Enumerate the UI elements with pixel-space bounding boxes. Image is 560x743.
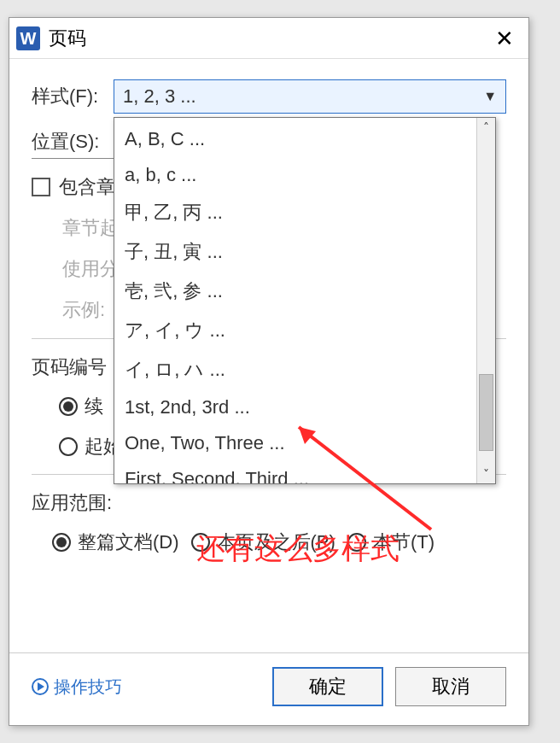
separator-label: 使用分 <box>62 256 119 282</box>
example-label: 示例: <box>62 297 105 323</box>
apply-this-section-label: 本节(T) <box>373 529 435 555</box>
dropdown-item[interactable]: ア, イ, ウ ... <box>114 311 476 350</box>
dialog-footer: 操作技巧 确定 取消 <box>9 652 528 725</box>
dropdown-item[interactable]: A, B, C ... <box>114 121 476 157</box>
style-combobox[interactable]: 1, 2, 3 ... ▼ <box>114 79 506 114</box>
dropdown-item[interactable]: First, Second, Third ... <box>114 461 476 483</box>
dropdown-item[interactable]: 甲, 乙, 丙 ... <box>114 193 476 232</box>
app-icon: W <box>16 26 40 50</box>
continue-numbering-radio[interactable] <box>59 397 78 416</box>
continue-numbering-label: 续 <box>85 394 103 419</box>
scroll-up-icon[interactable]: ˄ <box>477 118 495 137</box>
apply-whole-doc-label: 整篇文档(D) <box>78 529 179 555</box>
include-chapter-label: 包含章 <box>59 174 115 200</box>
style-dropdown-list[interactable]: A, B, C ... a, b, c ... 甲, 乙, 丙 ... 子, 丑… <box>114 117 496 484</box>
apply-this-page-radio[interactable] <box>191 533 210 552</box>
dropdown-item[interactable]: 子, 丑, 寅 ... <box>114 232 476 272</box>
style-label: 样式(F): <box>32 84 114 109</box>
cancel-button[interactable]: 取消 <box>395 667 506 706</box>
dropdown-list-wrap: A, B, C ... a, b, c ... 甲, 乙, 丙 ... 子, 丑… <box>114 118 476 483</box>
apply-to-section-label: 应用范围: <box>32 490 506 516</box>
style-row: 样式(F): 1, 2, 3 ... ▼ <box>32 79 506 114</box>
dropdown-item[interactable]: イ, ロ, ハ ... <box>114 350 476 389</box>
style-selected-value: 1, 2, 3 ... <box>123 85 196 108</box>
dropdown-item[interactable]: 1st, 2nd, 3rd ... <box>114 389 476 425</box>
apply-to-group: 整篇文档(D) 本页及之后(P) 本节(T) <box>52 529 506 555</box>
scroll-down-icon[interactable]: ˅ <box>477 465 495 483</box>
close-button[interactable]: ✕ <box>487 21 522 56</box>
tips-label: 操作技巧 <box>54 676 122 699</box>
apply-this-section-radio[interactable] <box>347 533 366 552</box>
dialog-content: 样式(F): 1, 2, 3 ... ▼ 位置(S): 包含章 章节起 使用分 … <box>9 59 528 555</box>
dropdown-item[interactable]: One, Two, Three ... <box>114 425 476 461</box>
start-at-radio[interactable] <box>59 437 78 456</box>
include-chapter-checkbox[interactable] <box>32 178 50 196</box>
titlebar: W 页码 ✕ <box>9 18 528 59</box>
apply-whole-doc-radio[interactable] <box>52 533 71 552</box>
tips-link[interactable]: 操作技巧 <box>32 676 122 699</box>
dropdown-item[interactable]: 壱, 弐, 参 ... <box>114 272 476 311</box>
play-icon <box>32 678 49 695</box>
scrollbar-thumb[interactable] <box>479 374 493 451</box>
apply-this-page-option[interactable]: 本页及之后(P) <box>191 529 335 555</box>
dialog-title: 页码 <box>49 26 487 51</box>
chapter-start-label: 章节起 <box>62 215 119 241</box>
chevron-down-icon: ▼ <box>483 89 497 104</box>
apply-whole-doc-option[interactable]: 整篇文档(D) <box>52 529 179 555</box>
apply-this-page-label: 本页及之后(P) <box>217 529 335 555</box>
apply-this-section-option[interactable]: 本节(T) <box>347 529 435 555</box>
dropdown-scrollbar[interactable]: ˄ ˅ <box>476 118 495 483</box>
position-label: 位置(S): <box>32 129 114 159</box>
dropdown-item[interactable]: a, b, c ... <box>114 157 476 193</box>
ok-button[interactable]: 确定 <box>272 667 383 706</box>
page-number-dialog: W 页码 ✕ 样式(F): 1, 2, 3 ... ▼ 位置(S): 包含章 章… <box>9 17 529 726</box>
